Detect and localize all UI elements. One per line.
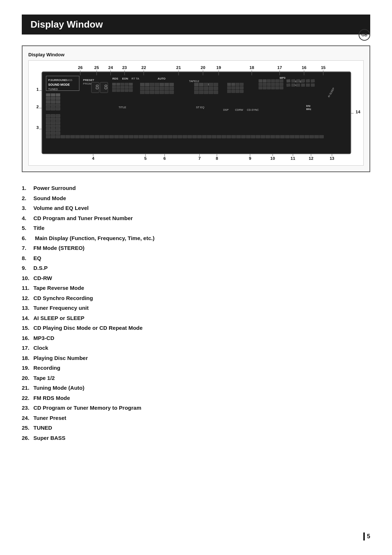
svg-text:ST EQ: ST EQ — [196, 106, 204, 109]
svg-rect-113 — [165, 91, 169, 94]
svg-rect-34 — [51, 93, 55, 96]
svg-text:11: 11 — [291, 156, 295, 161]
list-item: 4.CD Program and Tuner Preset Number — [22, 213, 370, 223]
svg-rect-130 — [214, 91, 218, 94]
list-item: 21.Tuning Mode (Auto) — [22, 383, 370, 393]
svg-rect-112 — [160, 91, 164, 94]
svg-rect-92 — [129, 89, 133, 92]
svg-rect-44 — [56, 104, 60, 107]
svg-rect-192 — [95, 135, 99, 138]
svg-text:RDS: RDS — [113, 77, 118, 80]
svg-rect-189 — [80, 135, 85, 138]
svg-text:TAPE12: TAPE12 — [189, 80, 199, 83]
svg-rect-203 — [148, 135, 153, 138]
svg-rect-116 — [194, 83, 199, 86]
svg-text:2: 2 — [36, 105, 38, 109]
item-label: Main Display (Function, Frequency, Time,… — [33, 235, 155, 241]
svg-rect-125 — [214, 87, 218, 90]
gb-badge-text: GB — [362, 33, 368, 37]
svg-rect-152 — [280, 80, 283, 82]
svg-rect-110 — [150, 91, 154, 94]
item-number: 6. — [22, 234, 33, 243]
svg-rect-128 — [204, 91, 208, 94]
item-label: EQ — [33, 255, 41, 261]
svg-rect-213 — [197, 135, 202, 138]
svg-rect-103 — [150, 87, 154, 90]
svg-rect-36 — [46, 97, 50, 100]
svg-rect-124 — [209, 87, 213, 90]
svg-rect-178 — [297, 84, 300, 86]
list-item: 14.AI SLEEP or SLEEP — [22, 313, 370, 323]
list-item: 25.TUNED — [22, 423, 370, 433]
item-number: 15. — [22, 323, 33, 333]
svg-text:16: 16 — [302, 65, 306, 70]
svg-rect-177 — [291, 84, 295, 86]
svg-rect-48 — [46, 114, 50, 117]
item-label: Power Surround — [33, 185, 76, 191]
svg-rect-150 — [271, 80, 275, 82]
svg-rect-58 — [51, 125, 55, 128]
item-number: 13. — [22, 303, 33, 313]
svg-rect-158 — [280, 83, 283, 86]
svg-rect-190 — [85, 135, 90, 138]
svg-rect-101 — [140, 87, 144, 90]
item-number: 23. — [22, 403, 33, 413]
svg-rect-111 — [155, 91, 159, 94]
svg-rect-100 — [170, 83, 174, 86]
svg-rect-197 — [119, 135, 124, 138]
svg-rect-106 — [165, 87, 169, 90]
svg-rect-62 — [56, 128, 60, 131]
svg-rect-51 — [46, 118, 50, 121]
svg-text:26: 26 — [78, 65, 83, 70]
svg-rect-184 — [56, 135, 60, 138]
svg-rect-227 — [266, 135, 270, 138]
svg-rect-107 — [170, 87, 174, 90]
item-number: 5. — [22, 223, 33, 233]
svg-rect-221 — [236, 135, 241, 138]
svg-text:23: 23 — [122, 65, 127, 70]
svg-text:TITLE: TITLE — [119, 106, 126, 109]
list-item: 9.D.S.P — [22, 263, 370, 273]
svg-rect-139 — [232, 86, 235, 89]
svg-rect-98 — [160, 83, 164, 86]
svg-rect-127 — [199, 91, 204, 94]
svg-rect-38 — [56, 97, 60, 100]
item-number: 3. — [22, 203, 33, 213]
svg-text:1: 1 — [36, 87, 39, 92]
svg-rect-121 — [194, 87, 199, 90]
svg-rect-138 — [227, 86, 231, 89]
svg-text:13: 13 — [330, 156, 334, 161]
svg-rect-40 — [51, 100, 55, 103]
items-list: 1.Power Surround2.Sound Mode3.Volume and… — [22, 183, 370, 443]
item-number: 22. — [22, 393, 33, 403]
svg-rect-154 — [263, 83, 266, 86]
item-number: 26. — [22, 433, 33, 443]
item-number: 14. — [22, 313, 33, 323]
item-label: CD Playing Disc Mode or CD Repeat Mode — [33, 325, 143, 331]
item-number: 16. — [22, 333, 33, 343]
svg-rect-231 — [285, 135, 290, 138]
svg-text:17: 17 — [277, 65, 282, 70]
svg-rect-191 — [90, 135, 94, 138]
svg-rect-207 — [168, 135, 172, 138]
svg-rect-53 — [56, 118, 60, 121]
svg-rect-63 — [46, 132, 50, 135]
item-label: AI SLEEP or SLEEP — [33, 315, 85, 321]
svg-rect-228 — [271, 135, 275, 138]
svg-text:PRGM: PRGM — [83, 82, 91, 85]
item-number: 11. — [22, 283, 33, 293]
page-number-bar — [363, 532, 365, 540]
list-item: 16.MP3-CD — [22, 333, 370, 343]
svg-rect-235 — [305, 135, 309, 138]
svg-text:19: 19 — [216, 65, 221, 70]
svg-rect-102 — [145, 87, 150, 90]
svg-rect-212 — [192, 135, 197, 138]
svg-rect-171 — [291, 79, 295, 82]
svg-rect-163 — [275, 86, 279, 89]
svg-rect-86 — [125, 86, 128, 89]
svg-text:RT TA: RT TA — [131, 77, 139, 80]
svg-rect-226 — [261, 135, 265, 138]
svg-text:kHz: kHz — [306, 105, 311, 107]
svg-rect-83 — [113, 86, 116, 89]
diagram-area: 26 25 24 23 22 21 20 19 18 17 16 15 1 2 … — [28, 60, 364, 166]
